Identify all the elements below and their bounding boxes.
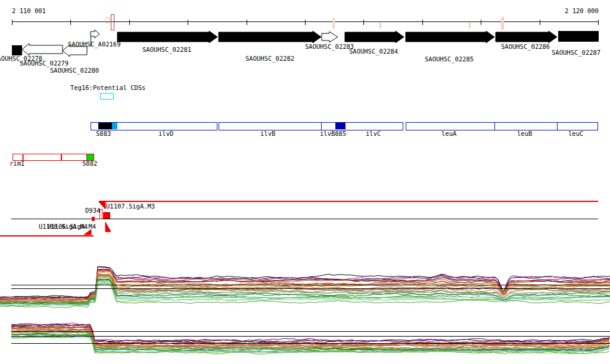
operon-segment-S883-black[interactable] xyxy=(98,123,112,129)
expression-trace xyxy=(11,323,609,343)
teg16-box[interactable] xyxy=(100,93,113,99)
marker-label-u1107[interactable]: U1107.SigA.M3 xyxy=(106,203,155,210)
gene-saouhsc_02279[interactable] xyxy=(22,43,63,55)
gene-label-saouhsc_02283[interactable]: SAOUHSC_02283 xyxy=(305,43,354,50)
gene-label-saouhsc_02285[interactable]: SAOUHSC_02285 xyxy=(425,56,474,63)
operon-label-ilvb885[interactable]: ilvB885 xyxy=(320,130,346,137)
ruler-mark-pink-1 xyxy=(332,18,335,29)
marker-square[interactable] xyxy=(103,212,110,219)
operon-box-leu[interactable] xyxy=(406,122,597,130)
gene-label-saouhsc_02280[interactable]: SAOUHSC_02280 xyxy=(50,67,99,74)
marker-flag-bottom-left[interactable] xyxy=(84,229,91,235)
marker-label-d934[interactable]: D934 xyxy=(85,207,100,214)
ruler-start-label: 2 110 001 xyxy=(12,8,46,14)
gene-saouhsc_a02169[interactable] xyxy=(91,30,99,38)
red-track-label-s882[interactable]: S882 xyxy=(82,160,97,167)
gene-saouhsc_02286[interactable] xyxy=(496,31,557,43)
operon-label-ilvb[interactable]: ilvB xyxy=(260,130,275,137)
gene-label-saouhsc_a02169[interactable]: SAOUHSC_A02169 xyxy=(68,41,121,48)
ruler-mark-pink-3 xyxy=(469,23,471,29)
operon-label-leub[interactable]: leuB xyxy=(517,130,532,137)
operon-label-leuc[interactable]: leuC xyxy=(568,130,583,137)
operon-segment-S885-navy[interactable] xyxy=(335,123,346,129)
marker-small-mark xyxy=(92,217,95,221)
expression-trace xyxy=(11,323,609,342)
operon-box-ilvB[interactable] xyxy=(219,122,403,130)
gene-label-saouhsc_02282[interactable]: SAOUHSC_02282 xyxy=(245,55,294,62)
operon-label-leua[interactable]: leuA xyxy=(441,130,456,137)
gene-saouhsc_02287[interactable] xyxy=(558,31,599,42)
gene-label-saouhsc_02287[interactable]: SAOUHSC_02287 xyxy=(552,49,600,56)
gene-saouhsc_02278[interactable] xyxy=(12,45,22,55)
gene-label-saouhsc_02279[interactable]: SAOUHSC_02279 xyxy=(20,60,69,67)
gene-saouhsc_02281[interactable] xyxy=(117,31,217,43)
teg16-label: Teg16:Potential CDSs xyxy=(70,85,145,91)
red-track-label-rimi[interactable]: rimI xyxy=(10,160,24,167)
operon-label-ilvc[interactable]: ilvC xyxy=(366,130,381,137)
gene-saouhsc_02284[interactable] xyxy=(345,31,404,43)
gene-label-saouhsc_02284[interactable]: SAOUHSC_02284 xyxy=(349,48,398,55)
ruler-mark-pink-2 xyxy=(379,23,381,29)
operon-label-ilvd[interactable]: ilvD xyxy=(158,130,173,137)
red-box-a[interactable] xyxy=(23,154,61,160)
genome-browser-viewport: 2 110 001 2 120 000 SAOUHSC_02278SAOUHSC… xyxy=(0,0,610,364)
operon-segment-S883-blue[interactable] xyxy=(112,123,117,129)
gene-label-saouhsc_02286[interactable]: SAOUHSC_02286 xyxy=(501,43,550,50)
genome-scene xyxy=(0,0,610,364)
ruler-mark-pink-4 xyxy=(501,17,504,30)
gene-saouhsc_02283[interactable] xyxy=(322,32,338,42)
ruler-end-label: 2 120 000 xyxy=(565,8,599,14)
gene-saouhsc_02285[interactable] xyxy=(406,31,494,43)
operon-label-s883[interactable]: S883 xyxy=(96,130,111,137)
gene-saouhsc_02282[interactable] xyxy=(219,31,321,43)
gene-label-saouhsc_02281[interactable]: SAOUHSC_02281 xyxy=(142,46,191,53)
marker-flag-bottom-right[interactable] xyxy=(105,222,111,232)
marker-label-u1106[interactable]: U1106.SigA.M4 xyxy=(47,223,96,230)
